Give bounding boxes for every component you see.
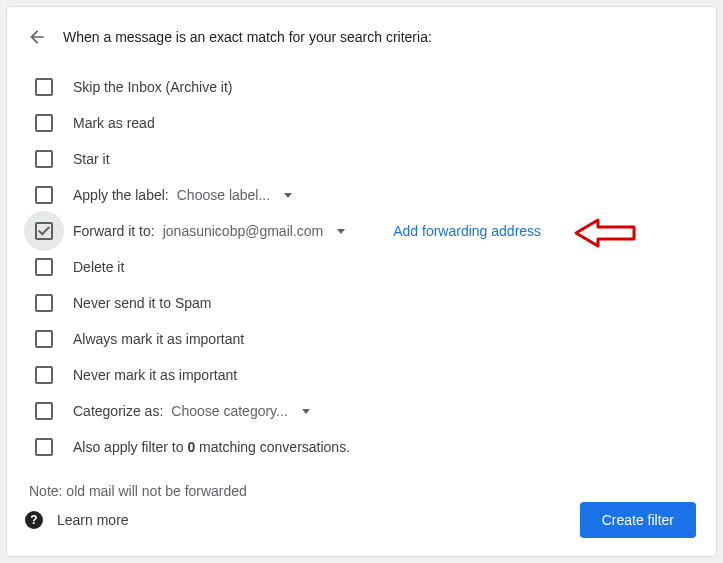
caret-down-icon xyxy=(337,229,345,234)
link-add-forwarding-address[interactable]: Add forwarding address xyxy=(393,223,541,239)
option-delete-it: Delete it xyxy=(27,249,696,285)
label-always-important: Always mark it as important xyxy=(73,331,244,347)
option-never-important: Never mark it as important xyxy=(27,357,696,393)
option-also-apply: Also apply filter to 0 matching conversa… xyxy=(27,429,696,465)
note-old-mail: Note: old mail will not be forwarded xyxy=(27,483,696,499)
header-title: When a message is an exact match for you… xyxy=(63,29,432,45)
option-categorize-as: Categorize as: Choose category... xyxy=(27,393,696,429)
checkbox-never-important[interactable] xyxy=(35,366,53,384)
caret-down-icon xyxy=(302,409,310,414)
option-mark-read: Mark as read xyxy=(27,105,696,141)
checkbox-apply-label[interactable] xyxy=(35,186,53,204)
annotation-arrow-icon xyxy=(572,217,636,249)
label-never-important: Never mark it as important xyxy=(73,367,237,383)
option-apply-label: Apply the label: Choose label... xyxy=(27,177,696,213)
checkbox-forward-to[interactable] xyxy=(35,222,53,240)
checkbox-mark-read[interactable] xyxy=(35,114,53,132)
checkbox-delete-it[interactable] xyxy=(35,258,53,276)
help-icon: ? xyxy=(25,511,43,529)
checkbox-always-important[interactable] xyxy=(35,330,53,348)
label-mark-read: Mark as read xyxy=(73,115,155,131)
caret-down-icon xyxy=(284,193,292,198)
option-star-it: Star it xyxy=(27,141,696,177)
back-arrow-icon[interactable] xyxy=(27,27,47,47)
label-never-spam: Never send it to Spam xyxy=(73,295,212,311)
checkbox-never-spam[interactable] xyxy=(35,294,53,312)
footer-row: ? Learn more Create filter xyxy=(25,502,696,538)
option-always-important: Always mark it as important xyxy=(27,321,696,357)
label-also-apply: Also apply filter to 0 matching conversa… xyxy=(73,439,350,455)
dropdown-choose-label[interactable]: Choose label... xyxy=(177,187,292,203)
label-categorize-as: Categorize as: xyxy=(73,403,163,419)
dropdown-forward-email[interactable]: jonasunicobp@gmail.com xyxy=(163,223,346,239)
label-delete-it: Delete it xyxy=(73,259,124,275)
checkbox-categorize-as[interactable] xyxy=(35,402,53,420)
checkbox-skip-inbox[interactable] xyxy=(35,78,53,96)
dropdown-choose-category-text: Choose category... xyxy=(171,403,287,419)
label-star-it: Star it xyxy=(73,151,110,167)
checkbox-focus-halo xyxy=(24,211,64,251)
header-row: When a message is an exact match for you… xyxy=(27,27,696,47)
also-apply-pre: Also apply filter to xyxy=(73,439,187,455)
create-filter-button[interactable]: Create filter xyxy=(580,502,696,538)
option-never-spam: Never send it to Spam xyxy=(27,285,696,321)
dropdown-choose-label-text: Choose label... xyxy=(177,187,270,203)
label-skip-inbox: Skip the Inbox (Archive it) xyxy=(73,79,233,95)
learn-more-text: Learn more xyxy=(57,512,129,528)
label-forward-to: Forward it to: xyxy=(73,223,155,239)
dropdown-forward-email-text: jonasunicobp@gmail.com xyxy=(163,223,324,239)
checkbox-also-apply[interactable] xyxy=(35,438,53,456)
learn-more-link[interactable]: ? Learn more xyxy=(25,511,129,529)
checkbox-star-it[interactable] xyxy=(35,150,53,168)
dropdown-choose-category[interactable]: Choose category... xyxy=(171,403,309,419)
filter-actions-panel: When a message is an exact match for you… xyxy=(6,6,717,557)
label-apply-label: Apply the label: xyxy=(73,187,169,203)
also-apply-post: matching conversations. xyxy=(195,439,350,455)
option-skip-inbox: Skip the Inbox (Archive it) xyxy=(27,69,696,105)
